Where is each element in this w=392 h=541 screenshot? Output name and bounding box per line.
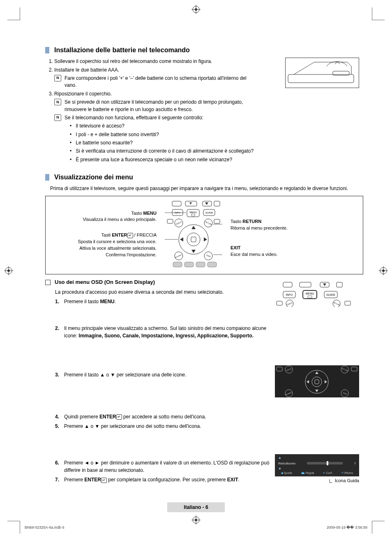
note-icon: N xyxy=(54,75,61,81)
list-item: È presente una luce a fluorescenza speci… xyxy=(70,156,363,163)
svg-rect-58 xyxy=(308,296,312,298)
label-bold: ENTER xyxy=(112,232,127,237)
svg-text:INTERNET: INTERNET xyxy=(175,254,183,259)
svg-point-7 xyxy=(195,519,197,521)
svg-text:TOOLS: TOOLS xyxy=(286,367,292,372)
list-item: Si è verificata una interruzione di corr… xyxy=(70,148,363,155)
note-icon: N xyxy=(54,114,61,121)
svg-rect-66 xyxy=(345,301,350,305)
menu-button-label: Tasto MENU Visualizza il menu a video pr… xyxy=(50,210,157,223)
osd-adjust-bar: ▲ Retroillumin 7 ▼ ◆ Sposta ◀▶ Regola ↵ … xyxy=(275,454,359,483)
square-bullet-icon xyxy=(45,280,51,285)
svg-point-36 xyxy=(187,233,200,246)
troubleshoot-list: Il televisore è acceso? I poli - e + del… xyxy=(70,123,363,163)
svg-rect-44 xyxy=(196,262,205,267)
svg-text:INTERNET: INTERNET xyxy=(285,391,293,396)
svg-text:EXIT: EXIT xyxy=(343,392,347,395)
step-text: Sollevare il coperchio sul retro del tel… xyxy=(54,58,212,64)
svg-rect-29 xyxy=(167,219,173,223)
up-arrow-icon: ▲ xyxy=(278,456,281,460)
step-text: Il menu principale viene visualizzato a … xyxy=(64,325,270,339)
label-bold: EXIT xyxy=(231,245,240,250)
section-heading-menus: Visualizzazione dei menu xyxy=(45,172,363,182)
svg-rect-18 xyxy=(172,201,181,206)
page-footer: Italiano - 6 xyxy=(0,502,392,512)
heading-accent-bar xyxy=(45,47,49,53)
step-text: Premere ◄ o ► per diminuire o aumentare … xyxy=(64,460,270,474)
step-number: 1. xyxy=(55,298,64,305)
svg-rect-26 xyxy=(191,214,195,216)
label-prefix: Tasto xyxy=(131,211,143,216)
svg-rect-75 xyxy=(315,380,319,384)
svg-text:EXIT: EXIT xyxy=(206,254,212,258)
step-number: 3. xyxy=(55,372,64,378)
svg-text:GUIDE: GUIDE xyxy=(205,211,213,214)
svg-rect-21 xyxy=(214,201,220,206)
svg-text:TOOLS: TOOLS xyxy=(175,221,182,225)
label-prefix: Tasti xyxy=(101,232,112,237)
svg-text:MENU: MENU xyxy=(189,211,197,214)
label-desc: Conferma l'impostazione. xyxy=(106,252,157,257)
step-text: Installare le due batterie AAA. xyxy=(54,67,119,73)
note-text: Fare corrispondere i poli '+' e '–' dell… xyxy=(65,75,249,89)
svg-point-3 xyxy=(195,8,197,11)
down-arrow-icon: ▼ xyxy=(278,467,281,471)
svg-rect-42 xyxy=(173,262,182,267)
svg-rect-45 xyxy=(208,262,217,267)
remote-figure: INFO MENU GUIDE TOOLS RETURN xyxy=(161,200,226,268)
step-number: 4. xyxy=(55,413,64,420)
registration-mark xyxy=(191,515,201,525)
enter-icon: ↵ xyxy=(101,478,107,483)
step-text: Quindi premere ENTER↵ per accedere ai so… xyxy=(64,413,270,420)
subheading-text: Uso dei menu OSD (On Screen Display) xyxy=(55,279,155,286)
step-text: Premere ENTER↵ per completare la configu… xyxy=(64,476,270,483)
note-text: Se il telecomando non funziona, effettua… xyxy=(65,114,203,121)
svg-text:RETURN: RETURN xyxy=(333,302,341,306)
svg-text:RETURN: RETURN xyxy=(341,367,348,372)
page-number: Italiano - 6 xyxy=(167,502,224,512)
crop-mark xyxy=(372,521,385,534)
step-number: 2. xyxy=(55,325,64,339)
adjust-name: Retroillumin xyxy=(278,462,295,465)
enter-button-label: Tasti ENTER↵ / FRECCIA Sposta il cursore… xyxy=(50,232,157,258)
doc-timestamp: 2009-05-19 �� 3:56:58 xyxy=(327,525,367,529)
label-desc: Ritorna al menu precedente. xyxy=(231,225,288,230)
label-prefix: Tasto xyxy=(231,219,242,224)
svg-rect-61 xyxy=(277,301,282,305)
svg-point-11 xyxy=(7,269,10,272)
svg-rect-50 xyxy=(283,282,292,287)
note-icon: N xyxy=(54,99,61,105)
step-number: 6. xyxy=(55,460,64,474)
svg-rect-51 xyxy=(300,282,311,287)
section-intro: Prima di utilizzare il televisore, segui… xyxy=(50,185,363,192)
enter-icon: ↵ xyxy=(127,233,133,238)
adjust-value: 7 xyxy=(354,462,356,465)
svg-text:TOOLS: TOOLS xyxy=(286,302,293,306)
label-bold: RETURN xyxy=(242,219,261,224)
mini-remote-figure-2: TOOLS RETURN INTERNET EXIT xyxy=(275,365,359,397)
svg-text:INFO: INFO xyxy=(286,293,293,296)
list-item: Riposizionare il coperchio. N Se si prev… xyxy=(54,91,363,113)
label-desc: Attiva la voce attualmente selezionata. xyxy=(79,246,157,251)
enter-icon: ↵ xyxy=(116,414,122,420)
remote-diagram-box: Tasto MENU Visualizza il menu a video pr… xyxy=(45,196,363,274)
return-button-label: Tasto RETURN Ritorna al menu precedente. xyxy=(231,218,333,232)
adjust-footer: ◆ Sposta ◀▶ Regola ↵ Conf. ↶ Ritorno xyxy=(277,471,357,475)
step-text: Premere il tasto ▲ o ▼ per selezionare u… xyxy=(64,372,270,378)
svg-rect-30 xyxy=(214,219,220,223)
label-suffix: / FRECCIA xyxy=(133,232,157,237)
document-footer: BN68-02325A-Ita.indb 6 2009-05-19 �� 3:5… xyxy=(25,525,367,529)
svg-text:MENU: MENU xyxy=(306,292,314,295)
doc-filename: BN68-02325A-Ita.indb 6 xyxy=(25,525,65,529)
step-text: Riposizionare il coperchio. xyxy=(54,91,112,97)
mini-remote-figure-1: INFO MENU GUIDE TOOLS RETURN xyxy=(275,281,359,309)
svg-point-74 xyxy=(312,377,322,387)
step-text: Premere ▲ o ▼ per selezionare uno dei so… xyxy=(64,423,270,430)
registration-mark xyxy=(4,266,13,275)
list-item: I poli - e + delle batterie sono inverti… xyxy=(70,131,363,138)
label-desc: Esce dal menu a video. xyxy=(231,252,277,257)
step-number: 5. xyxy=(55,423,64,430)
heading-text: Installazione delle batterie nel telecom… xyxy=(54,45,190,55)
svg-rect-43 xyxy=(184,262,194,267)
svg-rect-16 xyxy=(288,74,354,83)
